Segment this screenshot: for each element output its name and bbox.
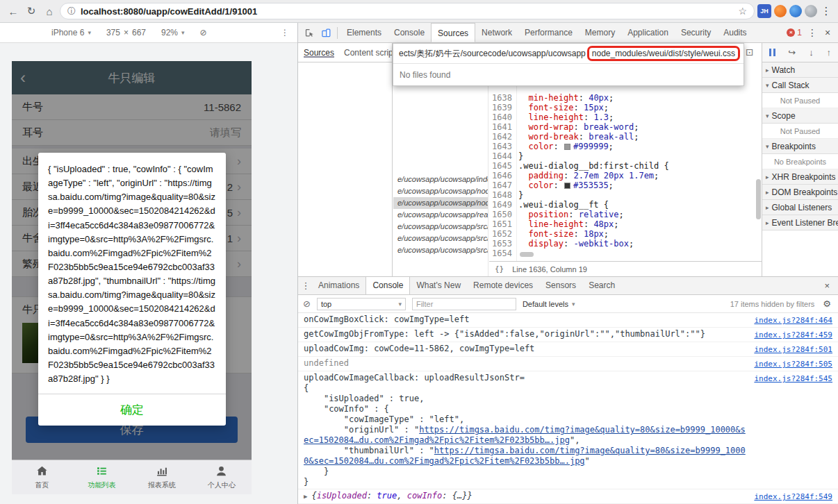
vertical-scrollbar[interactable] xyxy=(756,179,761,219)
tab-list[interactable]: 功能列表 xyxy=(72,460,131,494)
step-into-icon[interactable]: ↓ xyxy=(809,47,814,58)
sidebar-section-event-listener-breakpoints[interactable]: ▸Event Listener Breakpoints xyxy=(762,215,838,230)
line-number[interactable]: 1647 xyxy=(489,180,512,190)
drawer-tab-remote-devices[interactable]: Remote devices xyxy=(467,277,539,294)
device-mode-icon[interactable] xyxy=(318,28,334,38)
throttle-icon[interactable]: ⊘ xyxy=(200,28,207,37)
console-source-link[interactable]: index.js?284f:505 xyxy=(754,358,832,369)
line-number[interactable]: 1644 xyxy=(489,151,512,161)
sidebar-section-dom-breakpoints[interactable]: ▸DOM Breakpoints xyxy=(762,185,838,200)
extension-orange-icon[interactable] xyxy=(774,5,787,17)
line-number[interactable]: 1643 xyxy=(489,142,512,151)
sidebar-section-global-listeners[interactable]: ▸Global Listeners xyxy=(762,200,838,215)
inspect-element-icon[interactable] xyxy=(301,28,318,38)
file-item[interactable]: e/ucowsapp/ucowsapp/node_modules/weui/di… xyxy=(393,197,488,209)
sidebar-section-watch[interactable]: ▸Watch xyxy=(762,62,838,78)
log-levels-select[interactable]: Default levels ▾ xyxy=(523,300,575,308)
line-number[interactable]: 1654 xyxy=(489,249,512,258)
back-icon[interactable]: ← xyxy=(6,6,21,17)
line-number[interactable]: 1642 xyxy=(489,132,512,142)
line-number[interactable]: 1646 xyxy=(489,171,512,180)
extension-gray-icon[interactable] xyxy=(805,5,817,17)
console-source-link[interactable]: index.js?284f:501 xyxy=(754,344,832,355)
device-toolbar-menu-icon[interactable]: ⋮ xyxy=(281,28,289,37)
color-swatch[interactable] xyxy=(564,183,570,189)
drawer-tab-animations[interactable]: Animations xyxy=(312,277,365,294)
tab-chart[interactable]: 报表系统 xyxy=(132,460,192,494)
console-settings-gear-icon[interactable]: ⚙ xyxy=(821,299,833,309)
devtools-tab-memory[interactable]: Memory xyxy=(579,23,621,42)
address-bar[interactable]: ⓘ localhost:8080/uapp/cowEditAdd/1/91001… xyxy=(60,3,755,19)
console-source-link[interactable]: index.js?284f:459 xyxy=(754,329,832,340)
tab-user[interactable]: 个人中心 xyxy=(192,460,252,494)
line-number[interactable]: 1638 xyxy=(489,93,512,103)
devtools-close-icon[interactable]: × xyxy=(820,27,835,38)
sidebar-section-xhr-breakpoints[interactable]: ▸XHR Breakpoints xyxy=(762,169,838,185)
line-number[interactable]: 1639 xyxy=(489,103,512,112)
devtools-tab-elements[interactable]: Elements xyxy=(340,23,388,42)
quick-open-input[interactable]: ects/奥拓/奶牛云/sourcecode/ucowsapp/ucowsapp… xyxy=(393,44,743,63)
sidebar-section-breakpoints[interactable]: ▾Breakpoints xyxy=(762,139,838,154)
drawer-more-icon[interactable]: ⋮ xyxy=(299,280,312,291)
devtools-tab-sources[interactable]: Sources xyxy=(431,23,475,42)
navigator-tab-sources[interactable]: Sources xyxy=(304,48,334,58)
file-item[interactable]: e/ucowsapp/ucowsapp/node_modules/react-w… xyxy=(393,185,488,197)
dialog-ok-button[interactable]: 确定 xyxy=(38,394,226,426)
horizontal-scrollbar[interactable] xyxy=(520,252,534,257)
console-source-link[interactable]: index.js?284f:549 xyxy=(754,491,832,502)
file-item[interactable]: e/ucowsapp/ucowsapp/src/components/butto… xyxy=(393,233,488,244)
reload-icon[interactable]: ↻ xyxy=(24,5,39,17)
devtools-menu-icon[interactable]: ⋮ xyxy=(805,27,820,38)
bookmark-star-icon[interactable]: ☆ xyxy=(738,6,747,17)
file-item[interactable]: e/ucowsapp/ucowsapp/src/components/base-… xyxy=(393,221,488,233)
clear-console-icon[interactable]: ⊘ xyxy=(303,299,311,309)
console-source-link[interactable]: index.js?284f:545 xyxy=(754,373,832,384)
pause-icon[interactable] xyxy=(769,49,775,56)
devtools-tab-performance[interactable]: Performance xyxy=(518,23,579,42)
zoom-select[interactable]: 92% ▾ xyxy=(161,28,185,37)
extension-blue-icon[interactable] xyxy=(789,5,802,17)
device-width[interactable]: 375 xyxy=(106,28,120,37)
file-item[interactable]: e/ucowsapp/ucowsapp/index.less xyxy=(393,174,488,185)
line-number[interactable]: 1640 xyxy=(489,112,512,122)
file-item[interactable]: e/ucowsapp/ucowsapp/react-weui.css xyxy=(393,209,488,221)
devtools-tab-audits[interactable]: Audits xyxy=(717,23,753,42)
drawer-tab-what-s-new[interactable]: What's New xyxy=(410,277,467,294)
devtools-tab-security[interactable]: Security xyxy=(675,23,717,42)
drawer-close-icon[interactable]: × xyxy=(817,280,837,291)
sidebar-section-call-stack[interactable]: ▾Call Stack xyxy=(762,78,838,93)
editor-overflow-icon[interactable]: ⊡ xyxy=(746,47,754,58)
site-info-icon[interactable]: ⓘ xyxy=(67,6,76,17)
device-height[interactable]: 667 xyxy=(132,28,146,37)
drawer-tab-search[interactable]: Search xyxy=(582,277,621,294)
devtools-tab-application[interactable]: Application xyxy=(621,23,675,42)
console-filter-input[interactable] xyxy=(412,298,516,310)
color-swatch[interactable] xyxy=(564,144,570,150)
line-number[interactable]: 1641 xyxy=(489,122,512,132)
home-icon[interactable]: ⌂ xyxy=(42,6,57,17)
drawer-tab-console[interactable]: Console xyxy=(365,277,410,294)
browser-menu-icon[interactable]: ⋮ xyxy=(820,5,832,17)
tab-home[interactable]: 首页 xyxy=(12,460,72,494)
line-number[interactable]: 1650 xyxy=(489,210,512,219)
step-out-icon[interactable]: ↑ xyxy=(826,47,831,58)
error-badge[interactable]: × 1 xyxy=(787,28,805,37)
console-source-link[interactable]: index.js?284f:464 xyxy=(754,314,832,326)
file-item[interactable]: e/ucowsapp/ucowsapp/src/components/… xyxy=(393,244,488,256)
line-number[interactable]: 1645 xyxy=(489,161,512,171)
device-select[interactable]: iPhone 6 ▾ xyxy=(51,28,91,37)
devtools-tab-network[interactable]: Network xyxy=(475,23,518,42)
line-number[interactable]: 1652 xyxy=(489,229,512,239)
sidebar-section-scope[interactable]: ▾Scope xyxy=(762,108,838,124)
step-over-icon[interactable]: ↪ xyxy=(788,47,796,58)
navigator-tab-content-scripts[interactable]: Content scripts xyxy=(344,48,392,58)
pretty-print-icon[interactable]: {} xyxy=(495,264,504,274)
line-number[interactable]: 1649 xyxy=(489,200,512,210)
drawer-tab-sensors[interactable]: Sensors xyxy=(539,277,582,294)
line-number[interactable]: 1651 xyxy=(489,219,512,229)
devtools-tab-console[interactable]: Console xyxy=(388,23,431,42)
line-number[interactable]: 1648 xyxy=(489,190,512,200)
expand-triangle-icon[interactable]: ▶ xyxy=(304,493,307,500)
extension-jh-icon[interactable]: JH xyxy=(757,4,771,18)
line-number[interactable]: 1653 xyxy=(489,239,512,249)
